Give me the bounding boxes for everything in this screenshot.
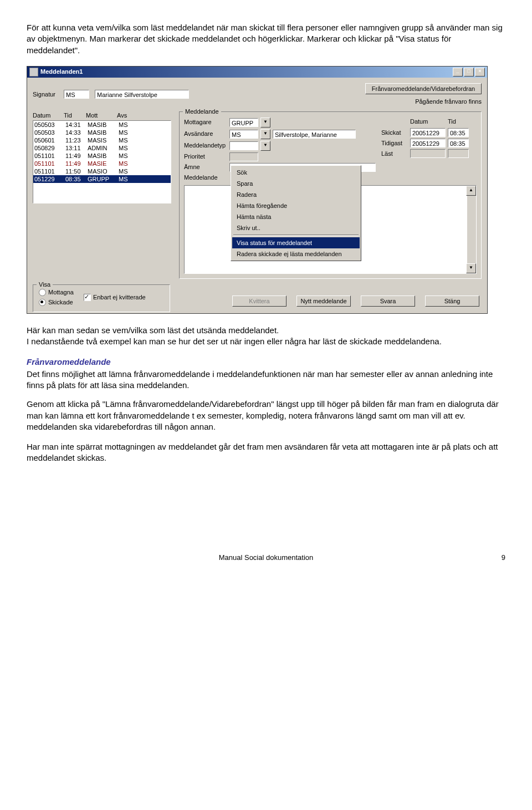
col-avs: Avs bbox=[117, 111, 139, 120]
radio-skickade-label: Skickade bbox=[48, 298, 73, 307]
page-number: 9 bbox=[483, 553, 505, 563]
subheading-franvaro: Frånvaromeddelande bbox=[27, 356, 505, 368]
last-tid bbox=[448, 149, 469, 158]
window-title: Meddelanden1 bbox=[40, 68, 83, 76]
stang-button[interactable]: Stäng bbox=[425, 296, 479, 307]
context-menu[interactable]: SökSparaRaderaHämta föregåendeHämta näst… bbox=[231, 165, 361, 261]
intro-paragraph: För att kunna veta vem/vilka som läst me… bbox=[27, 22, 505, 56]
col-mott: Mott bbox=[86, 111, 117, 120]
titlebar: Meddelanden1 _ □ × bbox=[27, 67, 487, 78]
signatur-label: Signatur bbox=[33, 90, 64, 99]
body-p1: Det finns möjlighet att lämna frånvarome… bbox=[27, 369, 505, 391]
context-menu-item[interactable]: Radera bbox=[232, 189, 360, 200]
col-tid: Tid bbox=[64, 111, 86, 120]
close-button[interactable]: × bbox=[475, 68, 485, 77]
context-menu-separator bbox=[233, 235, 359, 236]
body-p3: Har man inte spärrat mottagningen av med… bbox=[27, 441, 505, 464]
context-menu-item[interactable]: Hämta nästa bbox=[232, 211, 360, 222]
avsandare-field[interactable]: MS bbox=[229, 130, 258, 139]
minimize-button[interactable]: _ bbox=[453, 68, 463, 77]
tidigast-tid: 08:35 bbox=[448, 139, 469, 147]
skickat-date: 20051229 bbox=[410, 128, 446, 137]
app-window: Meddelanden1 _ □ × Signatur MS Marianne … bbox=[27, 66, 488, 314]
avsandare-dropdown-icon[interactable]: ▼ bbox=[260, 129, 270, 139]
last-date bbox=[410, 149, 446, 158]
mottagare-label: Mottagare bbox=[184, 118, 227, 126]
page-footer: Manual Social dokumentation 9 bbox=[27, 553, 505, 563]
table-row[interactable]: 05110111:49MASIEMS bbox=[33, 160, 171, 167]
medtyp-field[interactable] bbox=[229, 141, 258, 150]
table-row[interactable]: 05110111:49MASIBMS bbox=[33, 152, 171, 160]
scrollbar-track[interactable]: ▲ ▼ bbox=[467, 186, 476, 273]
window-icon bbox=[29, 68, 38, 77]
meddelande-fieldset: Meddelande Mottagare GRUPP ▼ Avsändare M… bbox=[179, 111, 482, 279]
body-p2: Genom att klicka på "Lämna frånvaromedde… bbox=[27, 399, 505, 432]
table-row[interactable]: 05082913:11ADMINMS bbox=[33, 144, 171, 152]
table-row[interactable]: 05122908:35GRUPPMS bbox=[33, 175, 171, 183]
medtyp-dropdown-icon[interactable]: ▼ bbox=[260, 141, 270, 151]
maximize-button[interactable]: □ bbox=[464, 68, 474, 77]
table-row[interactable]: 05110111:50MASIOMS bbox=[33, 167, 171, 175]
medtyp-label: Meddelandetyp bbox=[184, 141, 227, 150]
table-row[interactable]: 05060111:23MASISMS bbox=[33, 136, 171, 144]
checkbox-enbart[interactable] bbox=[84, 294, 91, 301]
context-menu-item[interactable]: Radera skickade ej lästa meddelanden bbox=[232, 248, 360, 259]
avsandare-label: Avsändare bbox=[184, 130, 227, 138]
message-list[interactable]: 05050314:31MASIBMS05050314:33MASIBMS0506… bbox=[33, 120, 171, 203]
signatur-name-field: Marianne Silfverstolpe bbox=[95, 90, 189, 99]
right-datum-label: Datum bbox=[410, 118, 446, 126]
footer-title: Manual Social dokumentation bbox=[49, 553, 483, 563]
message-list-header: Datum Tid Mott Avs bbox=[33, 111, 176, 120]
prioritet-field bbox=[229, 152, 258, 161]
kvittera-button[interactable]: Kvittera bbox=[232, 296, 287, 307]
context-menu-item[interactable]: Skriv ut.. bbox=[232, 222, 360, 233]
skickat-tid: 08:35 bbox=[448, 128, 469, 137]
visa-fieldset: Visa Mottagna Skickade Enbart ej kvitter… bbox=[33, 284, 170, 312]
midtext-p1: Här kan man sedan se vem/vilka som läst … bbox=[27, 325, 279, 335]
scroll-up-icon[interactable]: ▲ bbox=[466, 186, 476, 196]
mottagare-dropdown-icon[interactable]: ▼ bbox=[260, 118, 270, 128]
right-tid-label: Tid bbox=[448, 118, 469, 126]
skickat-label: Skickat bbox=[381, 129, 408, 137]
nytt-meddelande-button[interactable]: Nytt meddelande bbox=[296, 296, 351, 307]
amne-label: Ämne bbox=[184, 163, 227, 171]
body-label: Meddelande bbox=[184, 174, 227, 182]
context-menu-item[interactable]: Spara bbox=[232, 178, 360, 189]
last-label: Läst bbox=[381, 150, 408, 158]
radio-mottagna[interactable] bbox=[39, 289, 46, 296]
col-datum: Datum bbox=[33, 111, 64, 120]
radio-mottagna-label: Mottagna bbox=[48, 288, 74, 297]
franvaro-button[interactable]: Frånvaromeddelande/Vidarebefordran bbox=[365, 83, 482, 94]
checkbox-enbart-label: Enbart ej kvitterade bbox=[93, 293, 146, 302]
midtext-p2: I nedanstående två exempel kan man se hu… bbox=[27, 337, 442, 346]
context-menu-item-selected[interactable]: Visa status för meddelandet bbox=[232, 237, 360, 248]
table-row[interactable]: 05050314:33MASIBMS bbox=[33, 129, 171, 136]
radio-skickade[interactable] bbox=[39, 299, 46, 306]
context-menu-item[interactable]: Sök bbox=[232, 167, 360, 178]
context-menu-item[interactable]: Hämta föregående bbox=[232, 200, 360, 211]
franvaro-status: Pågående frånvaro finns bbox=[415, 98, 482, 106]
meddelande-legend: Meddelande bbox=[183, 108, 221, 116]
tidigast-label: Tidigast bbox=[381, 139, 408, 147]
mottagare-field[interactable]: GRUPP bbox=[229, 118, 258, 127]
signatur-field[interactable]: MS bbox=[64, 90, 89, 99]
prioritet-label: Prioritet bbox=[184, 152, 227, 161]
tidigast-date: 20051229 bbox=[410, 139, 446, 147]
table-row[interactable]: 05050314:31MASIBMS bbox=[33, 121, 171, 129]
scroll-down-icon[interactable]: ▼ bbox=[466, 263, 476, 273]
svara-button[interactable]: Svara bbox=[361, 296, 415, 307]
visa-legend: Visa bbox=[37, 281, 53, 289]
avsandare-name: Silfverstolpe, Marianne bbox=[273, 130, 356, 139]
